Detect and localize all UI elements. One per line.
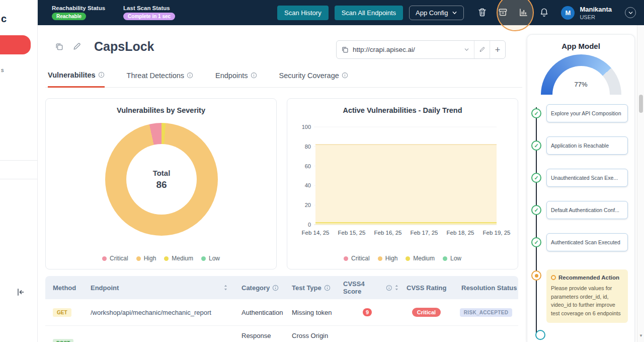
archive-button[interactable] xyxy=(498,8,508,18)
scrollbar-thumb[interactable] xyxy=(639,95,643,113)
chevron-down-icon xyxy=(452,10,457,16)
app-model-panel: App Model 77% ✓Explore your API Composit… xyxy=(527,34,635,342)
copy-app-button[interactable] xyxy=(54,42,63,51)
step-check-icon: ✓ xyxy=(531,173,541,183)
add-url-button[interactable]: + xyxy=(490,41,505,58)
step-check-icon: ✓ xyxy=(531,108,541,118)
trend-chart-title: Active Vulnerabilities - Daily Trend xyxy=(287,106,518,114)
legend-low: Low xyxy=(443,255,461,262)
user-avatar[interactable]: M xyxy=(561,6,575,20)
legend-critical: Critical xyxy=(344,255,370,262)
app-title-row: CapsLock xyxy=(54,39,154,54)
svg-text:Feb 15, 25: Feb 15, 25 xyxy=(338,230,366,236)
app-model-timeline: ✓Explore your API Composition✓Applicatio… xyxy=(527,97,634,340)
step-check-icon: ✓ xyxy=(531,205,541,215)
scrollbar-down-arrow[interactable]: ▼ xyxy=(637,333,644,338)
tab-threat-detections[interactable]: Threat Detections xyxy=(127,70,193,87)
bell-icon xyxy=(539,8,549,17)
app-model-step-row: ✓Unauthenticated Scan Exe... xyxy=(531,162,628,194)
app-model-steps: ✓Explore your API Composition✓Applicatio… xyxy=(531,97,628,258)
tab-endpoints[interactable]: Endpoints xyxy=(215,70,257,87)
rating-badge: Critical xyxy=(412,308,441,317)
app-model-step[interactable]: Application is Reachable xyxy=(546,136,628,155)
page-title: CapsLock xyxy=(94,39,154,54)
sidebar-divider xyxy=(0,160,38,161)
table-row[interactable]: GET/workshop/api/mechanic/mechanic_repor… xyxy=(45,299,518,326)
app-model-step[interactable]: Default Authentication Conf... xyxy=(546,201,628,219)
recommended-action-marker xyxy=(531,270,541,281)
reachability-status: Reachability Status Reachable xyxy=(52,5,105,20)
legend-critical: Critical xyxy=(102,255,128,262)
edit-url-button[interactable] xyxy=(474,41,490,58)
base-url-select[interactable]: http://crapi.apisec.ai/ xyxy=(337,41,474,58)
tab-vulnerabilites[interactable]: Vulnerabilites xyxy=(48,70,105,88)
test-type-cell: Missing token xyxy=(284,299,336,325)
trend-chart-svg: 020406080100Feb 14, 25Feb 15, 25Feb 16, … xyxy=(292,121,514,242)
user-role: USER xyxy=(580,14,612,20)
sidebar-collapse-button[interactable] xyxy=(16,288,27,299)
last-scan-status: Last Scan Status Complete in 1 sec xyxy=(123,5,175,20)
user-info: Manikanta USER xyxy=(580,6,612,20)
app-config-button[interactable]: App Config xyxy=(409,6,464,20)
column-header-test-type: Test Type xyxy=(284,276,336,299)
app-model-title: App Model xyxy=(527,42,634,50)
donut-total-label: Total xyxy=(153,169,171,177)
method-badge: POST xyxy=(53,339,73,342)
donut-center: Total 86 xyxy=(126,144,197,215)
sidebar-item-fragment: s xyxy=(1,67,4,73)
reachability-label: Reachability Status xyxy=(52,5,105,11)
svg-text:Feb 16, 25: Feb 16, 25 xyxy=(374,230,402,236)
sidebar-selected-app[interactable] xyxy=(0,35,31,54)
legend-high: High xyxy=(136,255,156,262)
svg-text:80: 80 xyxy=(305,144,311,150)
scan-history-button[interactable]: Scan History xyxy=(277,6,329,20)
app-model-step[interactable]: Unauthenticated Scan Exe... xyxy=(546,169,628,187)
table-body: GET/workshop/api/mechanic/mechanic_repor… xyxy=(45,299,518,342)
table-row[interactable]: POSTResponseCross Origin xyxy=(45,326,518,342)
score-badge: 9 xyxy=(363,308,372,316)
user-menu-button[interactable] xyxy=(625,7,636,18)
trash-icon xyxy=(477,8,487,17)
svg-text:40: 40 xyxy=(305,182,311,188)
recommended-action-card[interactable]: Recommended Action Please provide values… xyxy=(546,269,628,323)
pencil-icon xyxy=(72,42,81,51)
app-model-step-row: ✓Authenticated Scan Executed xyxy=(531,226,628,258)
notifications-button[interactable] xyxy=(539,8,549,18)
base-url-value: http://crapi.apisec.ai/ xyxy=(353,46,460,53)
column-header-cvss4-score[interactable]: CVSS4 Score xyxy=(336,276,399,299)
user-name: Manikanta xyxy=(580,6,612,13)
reports-button[interactable] xyxy=(518,8,528,18)
scan-all-endpoints-button[interactable]: Scan All Endpoints xyxy=(335,6,403,20)
legend-medium: Medium xyxy=(164,255,193,262)
bar-chart-icon xyxy=(519,8,528,17)
reachability-badge: Reachable xyxy=(52,13,86,20)
trend-chart-card: Active Vulnerabilities - Daily Trend 020… xyxy=(287,98,518,269)
collapse-left-icon xyxy=(16,288,25,297)
sort-icon[interactable] xyxy=(223,285,228,291)
svg-text:60: 60 xyxy=(305,163,311,169)
app-model-step[interactable]: Authenticated Scan Executed xyxy=(546,233,628,251)
severity-donut[interactable]: Total 86 xyxy=(105,123,218,236)
svg-text:Feb 19, 25: Feb 19, 25 xyxy=(483,230,511,236)
app-model-gauge: 77% xyxy=(541,54,621,95)
edit-app-button[interactable] xyxy=(72,42,81,51)
endpoint-cell: /workshop/api/mechanic/mechanic_report xyxy=(91,309,211,316)
tab-security-coverage[interactable]: Security Coverage xyxy=(279,70,348,87)
recommended-action: Recommended Action Please provide values… xyxy=(531,269,628,323)
sort-icon[interactable] xyxy=(394,285,399,291)
info-icon xyxy=(272,285,279,291)
base-url-control: http://crapi.apisec.ai/ + xyxy=(336,40,506,59)
last-scan-badge: Complete in 1 sec xyxy=(123,13,175,20)
chevron-down-icon xyxy=(628,10,633,16)
app-model-step[interactable]: Explore your API Composition xyxy=(546,104,628,122)
info-icon xyxy=(98,72,105,78)
severity-chart-card: Vulnerabilites by Severity Total 86 Crit… xyxy=(45,98,277,269)
step-check-icon: ✓ xyxy=(531,141,541,151)
svg-text:100: 100 xyxy=(302,124,311,130)
app-model-step-row: ✓Application is Reachable xyxy=(531,129,628,162)
app-model-step-row: ✓Default Authentication Conf... xyxy=(531,194,628,226)
svg-text:20: 20 xyxy=(305,202,311,208)
delete-button[interactable] xyxy=(477,8,487,18)
column-header-endpoint[interactable]: Endpoint xyxy=(83,276,234,299)
page: c s Reachability Status Reachable Last S… xyxy=(0,0,644,342)
